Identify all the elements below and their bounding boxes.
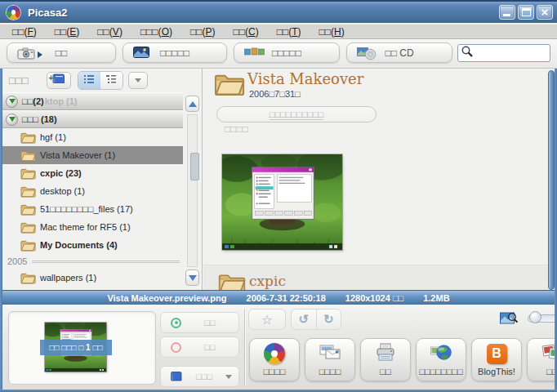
slideshow-icon bbox=[133, 47, 149, 60]
email-icon bbox=[319, 345, 341, 363]
maximize-button[interactable] bbox=[518, 5, 534, 20]
action-picasa-button[interactable]: □□□□ bbox=[249, 338, 300, 381]
menu-item-o[interactable]: □□□(O) bbox=[131, 26, 181, 38]
action-print-button[interactable]: □□ bbox=[360, 338, 411, 381]
folder-caption-placeholder: □□□□□□□□□□ bbox=[270, 109, 323, 120]
menu-item-t[interactable]: □□(T) bbox=[268, 26, 310, 38]
collapse-arrow-icon[interactable] bbox=[6, 114, 18, 126]
menu-item-e[interactable]: □□(E) bbox=[46, 26, 89, 38]
import-button-label: □□ bbox=[56, 47, 68, 59]
menu-item-p[interactable]: □□(P) bbox=[181, 26, 225, 38]
next-folder-title[interactable]: cxpic bbox=[249, 273, 286, 289]
action-blogger-button[interactable]: BlogThis! bbox=[471, 338, 522, 381]
tray-count-text: □□ □□□ □ 1 □□ bbox=[50, 343, 103, 352]
folder-caption-field[interactable]: □□□□□□□□□□ bbox=[216, 106, 377, 122]
folder-row-label: desktop (1) bbox=[40, 186, 85, 196]
slider-knob[interactable] bbox=[529, 311, 541, 323]
library-scrollbar[interactable] bbox=[548, 70, 555, 290]
web-icon bbox=[430, 344, 452, 364]
burn-cd-button[interactable]: □□ CD bbox=[346, 42, 452, 63]
tree-folder-row[interactable]: cxpic (23) bbox=[2, 164, 183, 182]
camera-icon bbox=[17, 47, 36, 62]
tree-folder-row[interactable]: wallpapers (1) bbox=[2, 269, 183, 287]
menu-item-h[interactable]: □□(H) bbox=[310, 26, 354, 38]
scroll-up-button[interactable] bbox=[185, 96, 199, 112]
timeline-button[interactable]: □□□□□ bbox=[234, 42, 340, 63]
tree-year-divider: 2005 bbox=[2, 254, 183, 269]
print-icon bbox=[376, 343, 395, 365]
tree-group-ghost-text: ktop (1) bbox=[45, 96, 78, 106]
menu-item-v[interactable]: □□(V) bbox=[88, 26, 131, 38]
search-box[interactable] bbox=[457, 44, 550, 62]
folder-icon bbox=[20, 239, 36, 252]
import-button[interactable]: □□ bbox=[7, 42, 116, 63]
tree-folder-row[interactable]: My Documents (4) bbox=[2, 236, 183, 254]
collapse-arrow-icon[interactable] bbox=[6, 96, 18, 108]
folder-date: 2006□7□31□ bbox=[249, 89, 301, 99]
library-view: Vista Makeover 2006□7□31□ □□□□□□□□□□ □□□… bbox=[203, 69, 557, 290]
tree-view-icon bbox=[105, 73, 117, 87]
star-button[interactable] bbox=[248, 309, 286, 330]
menu-item-f[interactable]: □□(F) bbox=[3, 26, 46, 38]
minimize-button[interactable] bbox=[499, 5, 515, 20]
tray-button-label: □□ bbox=[181, 342, 238, 352]
add-album-button[interactable]: + bbox=[47, 72, 71, 89]
folder-row-label: My Documents (4) bbox=[40, 240, 118, 250]
tree-view-toggle[interactable] bbox=[100, 72, 123, 89]
action-button-label: □□□□□□□□ bbox=[419, 367, 462, 376]
burn-cd-icon bbox=[357, 47, 377, 63]
folder-row-label: Vista Makeover (1) bbox=[40, 150, 115, 160]
tree-folder-row[interactable]: hgf (1) bbox=[2, 128, 183, 146]
rotate-left-button[interactable] bbox=[292, 310, 317, 329]
tray-hold-button[interactable]: □□ bbox=[160, 312, 239, 333]
tree-folder-row[interactable]: 51□□□□□□□□_files (17) bbox=[2, 200, 183, 218]
folder-icon bbox=[214, 72, 245, 96]
flat-view-toggle[interactable] bbox=[78, 72, 100, 89]
rotate-right-button[interactable] bbox=[317, 310, 341, 329]
tree-group-header[interactable]: □□□ (18) bbox=[2, 110, 183, 128]
search-input[interactable] bbox=[474, 48, 542, 58]
status-resolution: 1280x1024 □□ bbox=[345, 293, 403, 303]
action-button-label: BlogThis! bbox=[478, 367, 515, 376]
window-border bbox=[0, 69, 2, 392]
folder-icon bbox=[20, 185, 36, 198]
folder-row-label: 51□□□□□□□□_files (17) bbox=[40, 204, 133, 214]
timeline-button-label: □□□□□ bbox=[272, 47, 301, 59]
chevron-down-icon bbox=[225, 375, 232, 379]
tree-group-header[interactable]: □□(2)ktop (1) bbox=[2, 92, 183, 110]
strip-label: □□□□ bbox=[225, 123, 248, 135]
picasa-logo-icon bbox=[7, 6, 20, 20]
photo-thumbnail[interactable] bbox=[222, 154, 342, 250]
list-view-icon bbox=[83, 73, 95, 87]
action-email-button[interactable]: □□□□ bbox=[305, 338, 355, 381]
menu-item-c[interactable]: □□(C) bbox=[224, 26, 267, 38]
action-button-label: □□□□ bbox=[319, 367, 341, 376]
tree-folder-row[interactable]: Vista Makeover (1) bbox=[2, 146, 183, 164]
folder-row-label: wallpapers (1) bbox=[40, 273, 96, 283]
next-folder-group: cxpic bbox=[203, 265, 548, 290]
title-bar[interactable]: Picasa2 bbox=[0, 0, 557, 23]
action-web-button[interactable]: □□□□□□□□ bbox=[416, 338, 466, 381]
tree-folder-row[interactable]: desktop (1) bbox=[2, 182, 183, 200]
bottom-panel: □□ □□□ □ 1 □□ □□□□□□□ □□□□□□□□□□□□□□□□□□… bbox=[0, 305, 557, 390]
tree-folder-row[interactable]: Mac theme for RF5 (1) bbox=[2, 218, 183, 236]
scroll-down-button[interactable] bbox=[185, 270, 199, 286]
close-button[interactable] bbox=[537, 5, 553, 20]
status-bar: Vista Makeover.preview.png 2006-7-31 22:… bbox=[0, 290, 557, 305]
scrollbar-track[interactable] bbox=[187, 114, 198, 267]
search-icon bbox=[461, 45, 474, 61]
rotate-group bbox=[291, 309, 341, 330]
action-collage-button[interactable]: □□ bbox=[527, 338, 557, 381]
folder-icon bbox=[20, 149, 36, 162]
folder-tree-scrollbar[interactable] bbox=[185, 93, 200, 288]
scrollbar-thumb[interactable] bbox=[190, 153, 199, 180]
folder-row-label: hgf (1) bbox=[40, 132, 66, 142]
menu-bar: □□(F)□□(E)□□(V)□□□(O)□□(P)□□(C)□□(T)□□(H… bbox=[0, 24, 557, 39]
photo-tray[interactable]: □□ □□□ □ 1 □□ bbox=[8, 311, 156, 385]
folder-icon bbox=[20, 167, 36, 180]
folder-panel-header: □□□ + bbox=[2, 69, 200, 91]
sort-dropdown-button[interactable] bbox=[128, 72, 148, 89]
tray-tag-button[interactable]: □□□ bbox=[160, 366, 239, 387]
tray-clear-button[interactable]: □□ bbox=[160, 336, 239, 358]
slideshow-button[interactable]: □□□□□ bbox=[123, 42, 227, 63]
